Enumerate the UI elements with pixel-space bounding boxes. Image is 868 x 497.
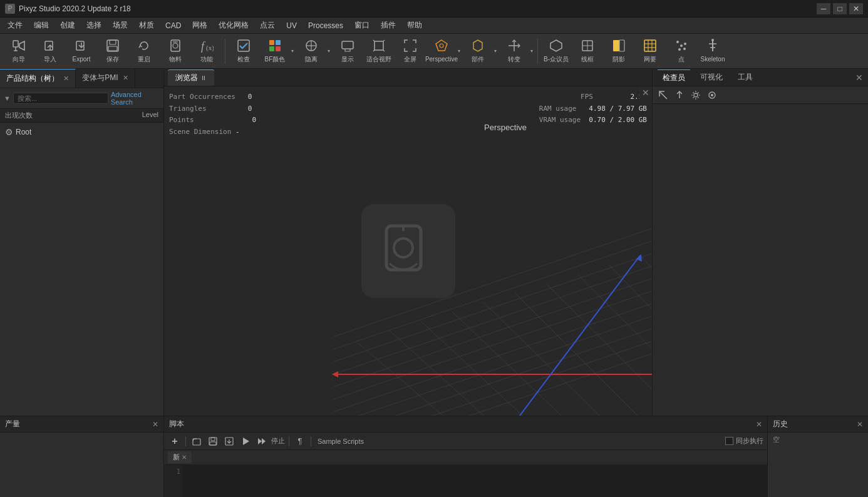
toolbar-btn-check[interactable]: 检查 (229, 36, 259, 67)
perspective-arrow-icon[interactable]: ▾ (457, 48, 462, 54)
svg-line-74 (483, 302, 615, 416)
tab-inspector[interactable]: 检查员 (658, 69, 690, 86)
toolbar-btn-guide[interactable]: 向导 (4, 36, 34, 67)
toolbar-btn-grid-mesh[interactable]: 网要 (635, 36, 665, 67)
advanced-search-button[interactable]: Advanced Search (111, 91, 160, 106)
toolbar-parts-group: 部件 ▾ (463, 36, 498, 67)
menu-uv[interactable]: UV (281, 20, 302, 31)
menu-file[interactable]: 文件 (3, 19, 28, 32)
rp-tool-target[interactable] (705, 88, 719, 102)
bf-color-arrow-icon[interactable]: ▾ (290, 48, 295, 54)
menu-help[interactable]: 帮助 (402, 19, 427, 32)
toolbar-btn-restart[interactable]: 重启 (129, 36, 159, 67)
history-close-button[interactable]: ✕ (857, 420, 863, 429)
toolbar-btn-transform[interactable]: 转变 (499, 36, 529, 67)
menu-create[interactable]: 创建 (55, 19, 80, 32)
menu-mesh[interactable]: 网格 (187, 19, 212, 32)
script-run-button[interactable] (239, 434, 252, 448)
svg-rect-87 (386, 226, 421, 270)
search-input[interactable] (13, 93, 108, 104)
toolbar-btn-save[interactable]: 保存 (98, 36, 128, 67)
script-run-all-button[interactable] (255, 434, 269, 448)
browser-pause-icon[interactable]: ⏸ (200, 74, 207, 81)
output-panel: 产量 ✕ (0, 416, 164, 497)
output-close-button[interactable]: ✕ (152, 420, 158, 429)
toolbar-btn-export[interactable]: Export (66, 36, 96, 67)
tab-pmi-close[interactable]: ✕ (123, 74, 128, 82)
close-button[interactable]: ✕ (849, 3, 863, 14)
minimize-button[interactable]: ─ (817, 3, 830, 14)
right-panel-close-button[interactable]: ✕ (855, 73, 863, 83)
script-stop-button[interactable]: 停止 (271, 434, 285, 448)
toolbar-btn-shadow[interactable]: 阴影 (604, 36, 634, 67)
svg-point-26 (440, 44, 443, 48)
toolbar-btn-fit-view[interactable]: 适合视野 (364, 36, 394, 67)
menu-scene[interactable]: 场景 (108, 19, 133, 32)
tab-product-tree-close[interactable]: ✕ (63, 74, 69, 83)
script-close-button[interactable]: ✕ (756, 420, 762, 429)
toolbar-btn-import[interactable]: 导入 (35, 36, 65, 67)
menu-cad[interactable]: CAD (160, 20, 186, 31)
menu-pointcloud[interactable]: 点云 (255, 19, 280, 32)
sample-scripts-label[interactable]: Sample Scripts (318, 438, 364, 445)
script-saveas-button[interactable] (222, 434, 236, 448)
script-open-button[interactable] (190, 434, 204, 448)
grid-mesh-label: 网要 (644, 56, 656, 63)
toolbar-btn-point[interactable]: 点 (666, 36, 696, 67)
toolbar-btn-function[interactable]: f(x) 功能 (192, 36, 222, 67)
script-tab-new-close[interactable]: ✕ (182, 454, 187, 461)
viewport[interactable]: Part Occurrences 0 Triangles 0 Points 0 … (164, 86, 652, 416)
rp-tool-arrow-up[interactable] (673, 88, 686, 102)
svg-line-72 (421, 321, 552, 416)
title-bar-title: Pixyz Studio 2020.2 Update 2 r18 (19, 4, 131, 13)
svg-rect-23 (342, 41, 353, 49)
script-add-button[interactable]: + (168, 434, 182, 448)
transform-label: 转变 (508, 56, 520, 63)
rp-tool-arrow-up-left[interactable] (656, 88, 670, 102)
tab-tools[interactable]: 工具 (733, 69, 758, 85)
list-item[interactable]: ⚙ Root (0, 125, 163, 139)
viewport-close-button[interactable]: ✕ (639, 86, 652, 99)
script-tab-new[interactable]: 新 ✕ (168, 451, 192, 463)
svg-rect-19 (276, 46, 281, 51)
menu-processes[interactable]: Processes (303, 20, 348, 31)
tab-product-tree[interactable]: 产品结构（树） ✕ (0, 69, 76, 88)
menu-material[interactable]: 材质 (134, 19, 159, 32)
menu-plugin[interactable]: 插件 (376, 19, 401, 32)
svg-text:(x): (x) (206, 44, 214, 52)
tab-pmi[interactable]: 变体与PMI ✕ (76, 69, 135, 88)
toolbar-btn-wireframe[interactable]: 线框 (572, 36, 602, 67)
export-icon (75, 39, 88, 54)
history-title: 历史 (773, 419, 788, 429)
script-editor[interactable] (183, 465, 767, 497)
toolbar-btn-fullscreen[interactable]: 全屏 (395, 36, 425, 67)
toolbar-btn-perspective[interactable]: Perspective (426, 36, 457, 67)
transform-arrow-icon[interactable]: ▾ (529, 48, 534, 54)
title-bar-controls: ─ □ ✕ (817, 3, 863, 14)
script-format-button[interactable]: ¶ (293, 434, 307, 448)
toolbar-btn-parts[interactable]: 部件 (463, 36, 493, 67)
toolbar-btn-material[interactable]: 物料 (160, 36, 190, 67)
menu-optimize-mesh[interactable]: 优化网格 (214, 19, 254, 32)
right-panel-header: 检查员 可视化 工具 ✕ (653, 69, 868, 86)
toolbar-btn-display[interactable]: 显示 (333, 36, 363, 67)
rp-tool-settings[interactable] (689, 88, 703, 102)
script-sep-1 (185, 436, 186, 446)
maximize-button[interactable]: □ (833, 3, 847, 14)
menu-edit[interactable]: 编辑 (29, 19, 54, 32)
toolbar-btn-isolate[interactable]: 隐离 (296, 36, 326, 67)
toolbar-btn-b-council[interactable]: B-众议员 (541, 36, 571, 67)
parts-arrow-icon[interactable]: ▾ (493, 48, 498, 54)
toolbar-btn-skeleton[interactable]: Skeleton (698, 36, 728, 67)
toolbar-btn-bf-color[interactable]: BF颜色 (260, 36, 290, 67)
search-bar: ▼ Advanced Search (0, 88, 163, 109)
isolate-arrow-icon[interactable]: ▾ (326, 48, 331, 54)
menu-select[interactable]: 选择 (81, 19, 106, 32)
svg-point-94 (711, 94, 713, 96)
tab-browser[interactable]: 浏览器 ⏸ (168, 69, 214, 86)
transform-icon (507, 39, 521, 54)
menu-window[interactable]: 窗口 (349, 19, 375, 32)
tab-visualize[interactable]: 可视化 (695, 69, 728, 85)
sync-exec-checkbox[interactable] (725, 437, 733, 445)
script-save-button[interactable] (206, 434, 220, 448)
